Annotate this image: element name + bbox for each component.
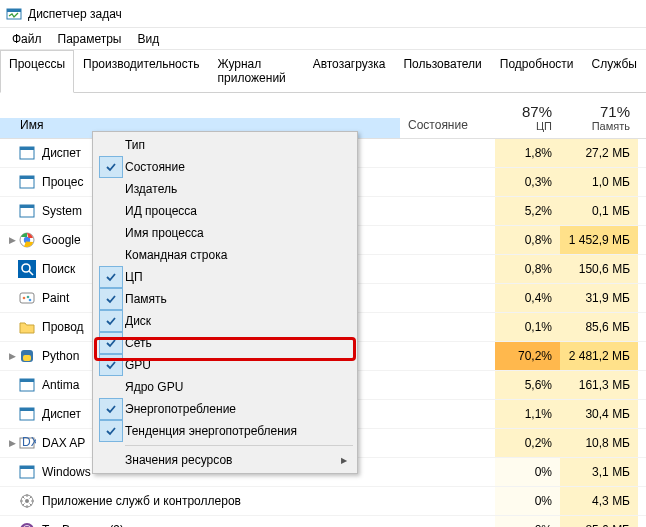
cpu-cell: 0,2% (495, 429, 560, 457)
col-state-header[interactable]: Состояние (400, 118, 495, 138)
check-icon (99, 310, 123, 332)
menu-item-label: Имя процесса (125, 226, 204, 240)
svg-rect-7 (20, 205, 34, 208)
check-icon (99, 288, 123, 310)
menu-item[interactable]: Тип (95, 134, 355, 156)
svg-rect-26 (20, 466, 34, 469)
menu-item-label: GPU (125, 358, 151, 372)
process-name: Python (42, 349, 79, 363)
process-name: Процес (42, 175, 83, 189)
menu-item[interactable]: Значения ресурсов (95, 449, 355, 471)
tab-0[interactable]: Процессы (0, 50, 74, 93)
check-icon (99, 200, 123, 222)
menu-item-label: Диск (125, 314, 151, 328)
mem-cell: 0,1 МБ (560, 197, 638, 225)
menu-item[interactable]: ИД процесса (95, 200, 355, 222)
table-row[interactable]: ▶Tor Browser (9)0%85,6 МБ (0, 516, 646, 527)
menu-item[interactable]: Диск (95, 310, 355, 332)
process-icon (18, 492, 36, 510)
mem-cell: 31,9 МБ (560, 284, 638, 312)
process-icon (18, 463, 36, 481)
process-name: Провод (42, 320, 84, 334)
chevron-right-icon[interactable]: ▶ (6, 235, 18, 245)
process-icon (18, 173, 36, 191)
mem-cell: 27,2 МБ (560, 139, 638, 167)
tab-1[interactable]: Производительность (74, 50, 208, 92)
menu-options[interactable]: Параметры (50, 30, 130, 48)
cpu-cell: 70,2% (495, 342, 560, 370)
menu-item[interactable]: Тенденция энергопотребления (95, 420, 355, 442)
mem-cell: 1,0 МБ (560, 168, 638, 196)
menu-item[interactable]: Состояние (95, 156, 355, 178)
svg-rect-22 (20, 408, 34, 411)
window-title: Диспетчер задач (28, 7, 122, 21)
menu-item[interactable]: Энергопотребление (95, 398, 355, 420)
menu-item-label: Тип (125, 138, 145, 152)
check-icon (99, 376, 123, 398)
check-icon (99, 449, 123, 471)
mem-cell: 10,8 МБ (560, 429, 638, 457)
tab-5[interactable]: Подробности (491, 50, 583, 92)
svg-point-16 (29, 299, 32, 302)
tab-3[interactable]: Автозагрузка (304, 50, 395, 92)
process-name: Windows (42, 465, 91, 479)
menu-view[interactable]: Вид (129, 30, 167, 48)
tab-2[interactable]: Журнал приложений (209, 50, 304, 92)
menu-file[interactable]: Файл (4, 30, 50, 48)
menu-item-label: Энергопотребление (125, 402, 236, 416)
process-name: Antima (42, 378, 79, 392)
process-name: Приложение служб и контроллеров (42, 494, 241, 508)
menu-item[interactable]: Имя процесса (95, 222, 355, 244)
process-icon (18, 347, 36, 365)
menu-item[interactable]: Сеть (95, 332, 355, 354)
mem-cell: 85,6 МБ (560, 313, 638, 341)
svg-rect-20 (20, 379, 34, 382)
menu-item-label: Командная строка (125, 248, 227, 262)
cpu-cell: 1,8% (495, 139, 560, 167)
process-icon (18, 376, 36, 394)
svg-point-29 (20, 523, 34, 527)
process-icon (18, 144, 36, 162)
table-row[interactable]: Приложение служб и контроллеров0%4,3 МБ (0, 487, 646, 516)
menu-item-label: Издатель (125, 182, 177, 196)
cpu-cell: 0,8% (495, 255, 560, 283)
svg-point-14 (23, 297, 26, 300)
check-icon (99, 420, 123, 442)
process-icon (18, 260, 36, 278)
chevron-right-icon[interactable]: ▶ (6, 438, 18, 448)
process-name: DAX AP (42, 436, 85, 450)
svg-text:DX: DX (22, 435, 36, 449)
menu-item-label: Сеть (125, 336, 152, 350)
svg-point-28 (25, 499, 29, 503)
process-name: System (42, 204, 82, 218)
col-cpu-header[interactable]: 87% ЦП (495, 99, 560, 138)
process-icon (18, 202, 36, 220)
menu-item[interactable]: ЦП (95, 266, 355, 288)
svg-point-15 (27, 296, 30, 299)
check-icon (99, 178, 123, 200)
cpu-cell: 0,4% (495, 284, 560, 312)
menu-item[interactable]: Командная строка (95, 244, 355, 266)
menu-item[interactable]: Издатель (95, 178, 355, 200)
cpu-cell: 0,8% (495, 226, 560, 254)
check-icon (99, 134, 123, 156)
tab-6[interactable]: Службы (583, 50, 646, 92)
tab-4[interactable]: Пользователи (394, 50, 490, 92)
svg-rect-13 (20, 293, 34, 303)
menu-item-label: ИД процесса (125, 204, 197, 218)
menu-item[interactable]: Память (95, 288, 355, 310)
mem-cell: 4,3 МБ (560, 487, 638, 515)
svg-rect-5 (20, 176, 34, 179)
process-icon (18, 521, 36, 527)
mem-cell: 161,3 МБ (560, 371, 638, 399)
svg-rect-18 (23, 355, 31, 361)
cpu-cell: 1,1% (495, 400, 560, 428)
menu-item[interactable]: Ядро GPU (95, 376, 355, 398)
cpu-cell: 0% (495, 487, 560, 515)
menu-item[interactable]: GPU (95, 354, 355, 376)
cpu-cell: 0% (495, 458, 560, 486)
col-mem-header[interactable]: 71% Память (560, 99, 638, 138)
cpu-cell: 5,6% (495, 371, 560, 399)
chevron-right-icon[interactable]: ▶ (6, 351, 18, 361)
mem-cell: 30,4 МБ (560, 400, 638, 428)
